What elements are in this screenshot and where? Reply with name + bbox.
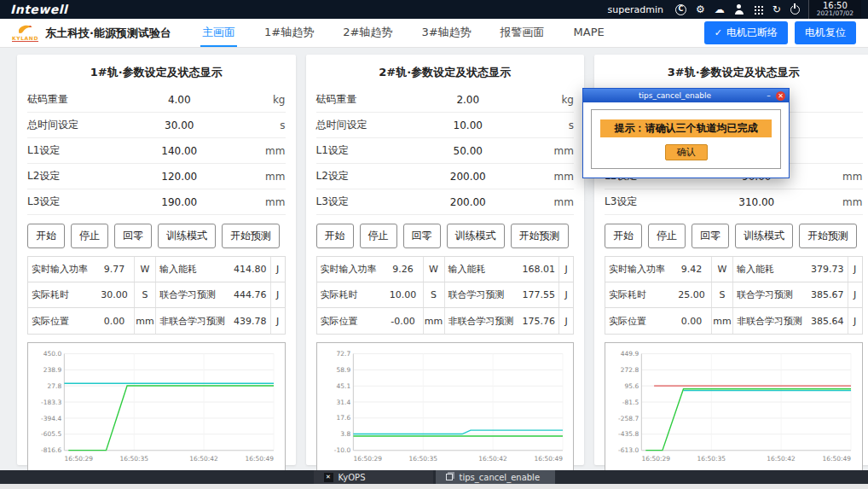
param-row: L1设定 50.00 mm <box>316 138 575 164</box>
param-value[interactable]: 50.00 <box>388 145 549 157</box>
param-label: 砝码重量 <box>27 92 99 107</box>
param-value[interactable]: 10.00 <box>388 119 549 131</box>
stop-button[interactable]: 停止 <box>360 224 397 248</box>
start-button[interactable]: 开始 <box>605 224 642 248</box>
status-value: 0.00 <box>672 308 711 334</box>
status-label: 非联合学习预测 <box>732 308 807 334</box>
taskbar-item-kyops[interactable]: ✕ KyOPS <box>314 470 433 484</box>
svg-text:-394.4: -394.4 <box>41 415 61 422</box>
svg-text:-10.0: -10.0 <box>333 446 350 454</box>
system-top-bar: Intewell superadmin C ⚙ ☁ ↻ 16:50 2021/0… <box>0 0 868 19</box>
param-row: L2设定 120.00 mm <box>27 164 286 189</box>
power-icon[interactable] <box>790 5 800 15</box>
cloud-icon[interactable]: ☁ <box>715 4 725 15</box>
minimize-icon[interactable]: – <box>763 91 774 100</box>
tab-main-screen[interactable]: 主画面 <box>200 19 237 47</box>
zero-button[interactable]: 回零 <box>692 224 729 248</box>
status-value: 10.00 <box>384 282 423 307</box>
svg-text:-816.6: -816.6 <box>41 446 61 454</box>
kyland-logo: KYLAND <box>12 24 38 42</box>
start-button[interactable]: 开始 <box>316 224 354 248</box>
param-value[interactable]: 190.00 <box>99 196 260 208</box>
status-value: 385.64 <box>807 308 848 334</box>
status-unit: S <box>134 282 155 307</box>
svg-text:449.9: 449.9 <box>621 350 639 358</box>
user-icon[interactable] <box>734 4 744 15</box>
svg-text:-613.0: -613.0 <box>618 446 639 454</box>
tab-axis3-trend[interactable]: 3#轴趋势 <box>420 19 472 47</box>
dialog-title: tips_cancel_enable <box>587 91 763 100</box>
param-row: L3设定 310.00 mm <box>605 189 863 215</box>
param-row: L3设定 200.00 mm <box>316 189 575 215</box>
service-icon[interactable]: C <box>675 4 686 15</box>
param-unit: kg <box>260 94 286 106</box>
param-value[interactable]: 200.00 <box>388 196 549 208</box>
status-row: 实际耗时 25.00 S 联合学习预测 385.67 J <box>605 282 862 308</box>
svg-text:16:50:29: 16:50:29 <box>641 455 670 463</box>
control-buttons: 开始 停止 回零 训练模式 开始预测 <box>605 224 863 248</box>
train-mode-button[interactable]: 训练模式 <box>447 224 505 248</box>
status-value: 379.73 <box>807 257 848 282</box>
param-unit: kg <box>548 94 574 106</box>
param-row: 总时间设定 10.00 s <box>316 113 575 138</box>
close-icon[interactable]: ✕ <box>776 91 785 101</box>
taskbar-item-tips[interactable]: tips_cancel_enable <box>436 470 555 484</box>
start-predict-button[interactable]: 开始预测 <box>799 224 857 248</box>
status-table: 实时输入功率 9.26 W 输入能耗 168.01 J 实际耗时 10.00 S… <box>316 256 575 335</box>
motor-reset-button[interactable]: 电机复位 <box>795 21 856 44</box>
param-value[interactable]: 310.00 <box>676 196 837 208</box>
sync-icon[interactable]: ↻ <box>773 4 781 15</box>
param-label: L1设定 <box>27 143 99 158</box>
svg-text:-183.3: -183.3 <box>41 399 61 406</box>
param-unit: mm <box>837 196 863 208</box>
motor-status-button[interactable]: ✓ 电机已断络 <box>704 21 788 44</box>
param-value[interactable]: 4.00 <box>99 94 260 106</box>
stop-button[interactable]: 停止 <box>71 224 108 248</box>
start-predict-button[interactable]: 开始预测 <box>222 224 280 248</box>
app-title: 东土科技·能源预测试验台 <box>45 26 171 41</box>
param-row: 砝码重量 4.00 kg <box>27 87 286 113</box>
tab-alarm-screen[interactable]: 报警画面 <box>499 19 547 47</box>
svg-text:72.7: 72.7 <box>336 350 350 358</box>
dialog-message: 提示：请确认三个轨道均已完成 <box>600 119 772 137</box>
tab-mape[interactable]: MAPE <box>572 19 606 47</box>
zero-button[interactable]: 回零 <box>114 224 152 248</box>
dialog-titlebar[interactable]: tips_cancel_enable – ✕ <box>583 89 789 102</box>
train-mode-button[interactable]: 训练模式 <box>158 224 216 248</box>
svg-text:58.9: 58.9 <box>336 366 350 374</box>
status-unit: J <box>558 257 573 282</box>
screen: Intewell superadmin C ⚙ ☁ ↻ 16:50 2021/0… <box>0 0 868 489</box>
confirm-button[interactable]: 确认 <box>665 144 708 160</box>
start-button[interactable]: 开始 <box>27 224 65 248</box>
tab-axis2-trend[interactable]: 2#轴趋势 <box>341 19 394 47</box>
status-value: 444.76 <box>230 282 270 307</box>
param-label: L1设定 <box>316 143 388 158</box>
param-value[interactable]: 140.00 <box>99 145 260 157</box>
param-value[interactable]: 30.00 <box>99 119 260 131</box>
status-value: 0.00 <box>95 308 134 334</box>
trend-chart-canvas: 449.9272.895.6-81.5-258.7-435.8-613.016:… <box>610 347 858 466</box>
svg-text:31.4: 31.4 <box>336 399 350 406</box>
param-value[interactable]: 200.00 <box>388 171 549 183</box>
status-label: 实际耗时 <box>28 282 95 307</box>
status-label: 实时输入功率 <box>317 257 384 282</box>
start-predict-button[interactable]: 开始预测 <box>511 224 569 248</box>
status-unit: S <box>423 282 444 307</box>
clock: 16:50 2021/07/02 <box>808 0 861 19</box>
status-label: 实际位置 <box>317 308 384 334</box>
param-value[interactable]: 120.00 <box>99 171 260 183</box>
gear-icon[interactable]: ⚙ <box>696 4 705 15</box>
status-unit: J <box>558 282 573 307</box>
param-value[interactable]: 2.00 <box>388 94 549 106</box>
status-row: 实时输入功率 9.42 W 输入能耗 379.73 J <box>605 257 862 282</box>
tab-axis1-trend[interactable]: 1#轴趋势 <box>263 19 315 47</box>
svg-text:272.8: 272.8 <box>621 366 639 374</box>
apps-grid-icon[interactable] <box>754 5 763 15</box>
param-row: 总时间设定 30.00 s <box>27 113 286 138</box>
zero-button[interactable]: 回零 <box>403 224 441 248</box>
trend-chart-canvas: 450.0238.927.8-183.3-394.4-605.5-816.616… <box>32 347 281 466</box>
dialog-body: 提示：请确认三个轨道均已完成 确认 <box>583 102 789 178</box>
svg-text:16:50:35: 16:50:35 <box>697 455 726 463</box>
stop-button[interactable]: 停止 <box>648 224 686 248</box>
train-mode-button[interactable]: 训练模式 <box>735 224 793 248</box>
